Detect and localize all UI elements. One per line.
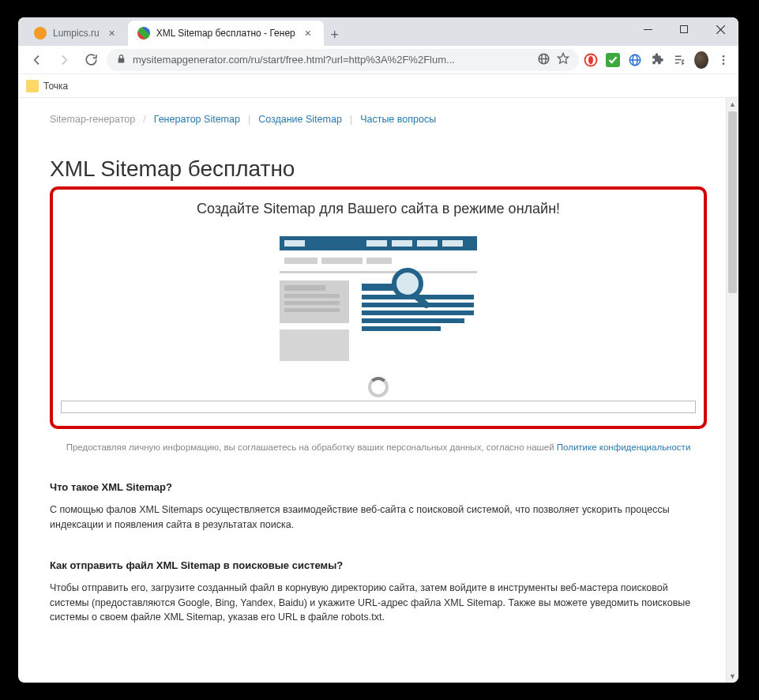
breadcrumb-link[interactable]: Частые вопросы <box>360 114 436 125</box>
consent-prefix: Предоставляя личную информацию, вы согла… <box>66 442 557 452</box>
svg-rect-30 <box>284 294 340 298</box>
reload-button[interactable] <box>80 49 102 71</box>
toolbar: mysitemapgenerator.com/ru/start/free.htm… <box>18 46 738 74</box>
bookmark-label: Точка <box>43 81 68 92</box>
privacy-link[interactable]: Политике конфиденциальности <box>557 442 691 452</box>
breadcrumb-link[interactable]: Генератор Sitemap <box>154 114 240 125</box>
breadcrumb-root: Sitemap-генератор <box>50 114 135 125</box>
tab-title: Lumpics.ru <box>53 28 100 39</box>
menu-button[interactable] <box>716 53 731 67</box>
address-bar[interactable]: mysitemapgenerator.com/ru/start/free.htm… <box>107 49 579 71</box>
bookmarks-bar: Точка <box>18 74 738 98</box>
scrollbar[interactable]: ▲ ▼ <box>726 98 738 683</box>
tab-strip: Lumpics.ru × XML Sitemap бесплатно - Ген… <box>18 17 738 46</box>
forward-button[interactable] <box>53 49 75 71</box>
faq-answer: Чтобы отправить его, загрузите созданный… <box>50 581 707 625</box>
extensions-icon[interactable] <box>650 53 664 67</box>
bookmark-item[interactable]: Точка <box>26 80 68 92</box>
svg-rect-23 <box>442 240 463 247</box>
breadcrumb-sep: | <box>248 114 250 125</box>
svg-point-6 <box>588 55 593 64</box>
svg-rect-19 <box>284 240 305 247</box>
faq-question: Что такое XML Sitemap? <box>50 481 707 493</box>
page-viewport: Sitemap-генератор / Генератор Sitemap | … <box>18 98 738 683</box>
svg-rect-29 <box>284 285 325 291</box>
svg-marker-4 <box>558 53 568 63</box>
svg-rect-27 <box>280 271 477 273</box>
tab-close[interactable]: × <box>106 27 118 40</box>
svg-rect-20 <box>366 240 387 247</box>
svg-rect-1 <box>681 26 688 33</box>
panel-subhead: Создайте Sitemap для Вашего сайта в режи… <box>61 201 696 217</box>
crawl-illustration <box>61 231 696 366</box>
consent-text: Предоставляя личную информацию, вы согла… <box>50 440 707 454</box>
spinner-icon <box>368 377 389 397</box>
folder-icon <box>26 80 39 92</box>
tab-sitemap[interactable]: XML Sitemap бесплатно - Генер × <box>128 21 324 46</box>
svg-rect-32 <box>284 308 340 312</box>
svg-rect-37 <box>362 303 474 307</box>
star-icon[interactable] <box>557 52 569 67</box>
tab-title: XML Sitemap бесплатно - Генер <box>156 28 295 39</box>
scroll-up-button[interactable]: ▲ <box>727 98 738 111</box>
globe-ext-icon[interactable] <box>628 53 642 67</box>
page-title: XML Sitemap бесплатно <box>50 156 707 182</box>
svg-rect-38 <box>362 310 474 315</box>
svg-rect-33 <box>280 329 349 361</box>
scroll-down-button[interactable]: ▼ <box>727 670 738 683</box>
url-text: mysitemapgenerator.com/ru/start/free.htm… <box>133 54 531 66</box>
translate-icon[interactable] <box>537 52 550 68</box>
opera-icon[interactable] <box>584 53 598 67</box>
svg-rect-25 <box>321 258 363 264</box>
breadcrumb-sep: | <box>350 114 352 125</box>
svg-rect-24 <box>284 258 318 264</box>
check-ext-icon[interactable] <box>606 53 620 67</box>
tab-favicon <box>34 27 47 40</box>
page-content: Sitemap-генератор / Генератор Sitemap | … <box>18 98 738 649</box>
window-close-button[interactable] <box>702 17 738 41</box>
generator-panel: Создайте Sitemap для Вашего сайта в режи… <box>50 186 707 429</box>
progress-area <box>61 377 696 413</box>
svg-point-17 <box>723 62 725 65</box>
minimize-button[interactable] <box>629 17 666 41</box>
svg-rect-26 <box>366 258 392 264</box>
svg-point-16 <box>723 58 725 61</box>
svg-rect-39 <box>362 318 464 323</box>
browser-window: Lumpics.ru × XML Sitemap бесплатно - Ген… <box>18 17 738 683</box>
progress-bar <box>61 401 696 413</box>
svg-point-15 <box>723 55 725 58</box>
back-button[interactable] <box>26 49 48 71</box>
svg-rect-40 <box>362 326 441 331</box>
reading-list-icon[interactable] <box>672 53 686 67</box>
lock-icon <box>116 54 126 66</box>
breadcrumb-sep: / <box>143 114 145 125</box>
svg-rect-21 <box>392 240 412 247</box>
breadcrumb-link[interactable]: Создание Sitemap <box>258 114 342 125</box>
new-tab-button[interactable]: + <box>324 24 346 46</box>
breadcrumb: Sitemap-генератор / Генератор Sitemap | … <box>50 114 707 125</box>
tab-lumpics[interactable]: Lumpics.ru × <box>24 21 128 46</box>
faq-answer: С помощью фалов XML Sitemaps осуществляе… <box>50 502 707 533</box>
svg-point-41 <box>394 270 421 297</box>
extension-icons <box>584 53 731 67</box>
svg-rect-22 <box>417 240 438 247</box>
tab-close[interactable]: × <box>302 27 314 40</box>
scroll-thumb[interactable] <box>728 111 737 293</box>
tab-favicon <box>137 27 150 40</box>
maximize-button[interactable] <box>666 17 702 41</box>
svg-rect-31 <box>284 301 340 305</box>
window-controls <box>629 17 738 46</box>
faq-question: Как отправить файл XML Sitemap в поисков… <box>50 559 707 571</box>
profile-avatar[interactable] <box>694 53 708 67</box>
